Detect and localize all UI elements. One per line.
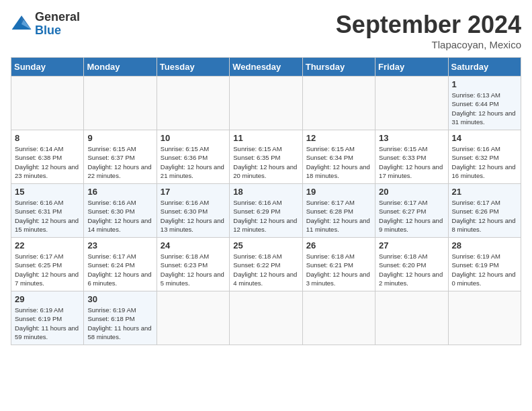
table-row: 11Sunrise: 6:15 AMSunset: 6:35 PMDayligh… (230, 130, 302, 184)
table-row: 24Sunrise: 6:18 AMSunset: 6:23 PMDayligh… (157, 238, 229, 291)
table-row (302, 77, 375, 130)
table-row (84, 77, 157, 130)
col-friday: Friday (375, 58, 448, 77)
table-row: 8Sunrise: 6:14 AMSunset: 6:38 PMDaylight… (11, 130, 84, 184)
calendar-header: Sunday Monday Tuesday Wednesday Thursday… (11, 58, 521, 77)
table-row: 29Sunrise: 6:19 AMSunset: 6:19 PMDayligh… (11, 291, 84, 345)
table-row (375, 77, 448, 130)
table-row: 26Sunrise: 6:18 AMSunset: 6:21 PMDayligh… (302, 238, 375, 291)
calendar-row: 29Sunrise: 6:19 AMSunset: 6:19 PMDayligh… (11, 291, 521, 345)
table-row (230, 291, 302, 345)
table-row: 17Sunrise: 6:16 AMSunset: 6:30 PMDayligh… (157, 184, 229, 238)
title-section: September 2024 Tlapacoyan, Mexico (336, 11, 521, 50)
table-row (302, 291, 375, 345)
table-row: 27Sunrise: 6:18 AMSunset: 6:20 PMDayligh… (375, 238, 448, 291)
calendar-body: 1Sunrise: 6:13 AMSunset: 6:44 PMDaylight… (11, 77, 521, 345)
logo-general: General (35, 11, 80, 24)
logo-icon (11, 13, 32, 35)
table-row: 15Sunrise: 6:16 AMSunset: 6:31 PMDayligh… (11, 184, 84, 238)
col-monday: Monday (84, 58, 157, 77)
table-row: 20Sunrise: 6:17 AMSunset: 6:27 PMDayligh… (375, 184, 448, 238)
table-row (375, 291, 448, 345)
table-row: 22Sunrise: 6:17 AMSunset: 6:25 PMDayligh… (11, 238, 84, 291)
calendar-table: Sunday Monday Tuesday Wednesday Thursday… (11, 57, 521, 345)
calendar-row: 8Sunrise: 6:14 AMSunset: 6:38 PMDaylight… (11, 130, 521, 184)
table-row (230, 77, 302, 130)
col-thursday: Thursday (302, 58, 375, 77)
calendar-row: 1Sunrise: 6:13 AMSunset: 6:44 PMDaylight… (11, 77, 521, 130)
table-row (157, 77, 229, 130)
page-header: General Blue September 2024 Tlapacoyan, … (11, 11, 521, 50)
col-tuesday: Tuesday (157, 58, 229, 77)
col-sunday: Sunday (11, 58, 84, 77)
header-row: Sunday Monday Tuesday Wednesday Thursday… (11, 58, 521, 77)
table-row: 14Sunrise: 6:16 AMSunset: 6:32 PMDayligh… (448, 130, 521, 184)
table-row: 9Sunrise: 6:15 AMSunset: 6:37 PMDaylight… (84, 130, 157, 184)
table-row (11, 77, 84, 130)
calendar-row: 22Sunrise: 6:17 AMSunset: 6:25 PMDayligh… (11, 238, 521, 291)
location: Tlapacoyan, Mexico (336, 39, 521, 50)
table-row: 10Sunrise: 6:15 AMSunset: 6:36 PMDayligh… (157, 130, 229, 184)
table-row: 21Sunrise: 6:17 AMSunset: 6:26 PMDayligh… (448, 184, 521, 238)
table-row: 23Sunrise: 6:17 AMSunset: 6:24 PMDayligh… (84, 238, 157, 291)
month-title: September 2024 (336, 11, 521, 39)
table-row: 25Sunrise: 6:18 AMSunset: 6:22 PMDayligh… (230, 238, 302, 291)
table-row: 1Sunrise: 6:13 AMSunset: 6:44 PMDaylight… (448, 77, 521, 130)
table-row (157, 291, 229, 345)
table-row: 30Sunrise: 6:19 AMSunset: 6:18 PMDayligh… (84, 291, 157, 345)
table-row: 13Sunrise: 6:15 AMSunset: 6:33 PMDayligh… (375, 130, 448, 184)
col-wednesday: Wednesday (230, 58, 302, 77)
table-row: 28Sunrise: 6:19 AMSunset: 6:19 PMDayligh… (448, 238, 521, 291)
table-row: 16Sunrise: 6:16 AMSunset: 6:30 PMDayligh… (84, 184, 157, 238)
col-saturday: Saturday (448, 58, 521, 77)
table-row: 19Sunrise: 6:17 AMSunset: 6:28 PMDayligh… (302, 184, 375, 238)
table-row: 12Sunrise: 6:15 AMSunset: 6:34 PMDayligh… (302, 130, 375, 184)
logo-text: General Blue (35, 11, 80, 38)
table-row (448, 291, 521, 345)
table-row: 18Sunrise: 6:16 AMSunset: 6:29 PMDayligh… (230, 184, 302, 238)
calendar-row: 15Sunrise: 6:16 AMSunset: 6:31 PMDayligh… (11, 184, 521, 238)
logo-blue: Blue (35, 24, 80, 38)
logo: General Blue (11, 11, 80, 38)
